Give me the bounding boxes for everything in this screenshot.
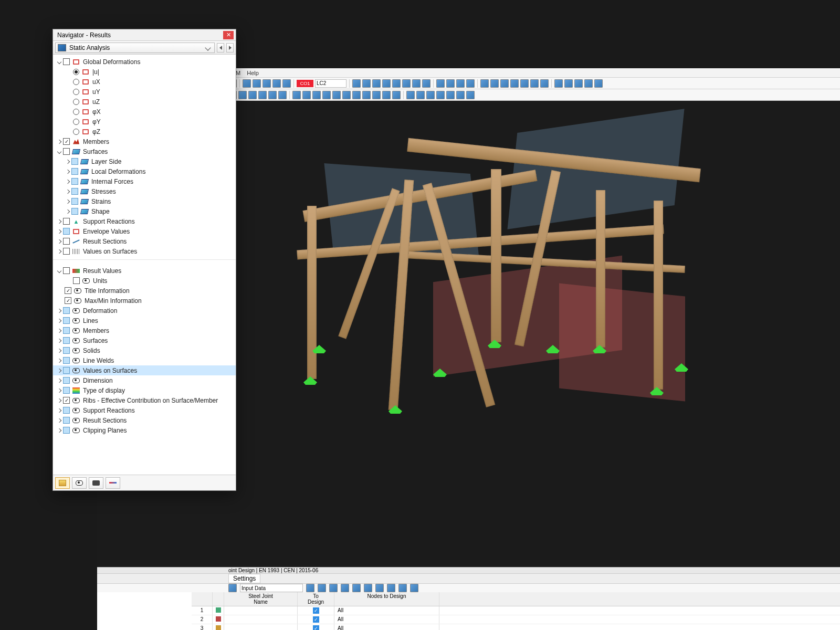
toolbar-icon[interactable]	[402, 79, 411, 88]
toolbar-icon[interactable]	[282, 79, 291, 88]
tree-item[interactable]: Members	[53, 326, 236, 335]
toolbar-icon[interactable]	[490, 79, 499, 88]
checkbox[interactable]	[63, 307, 70, 314]
tree-item[interactable]: Max/Min Information	[53, 296, 236, 306]
tree-item[interactable]: Values on Surfaces	[53, 246, 236, 256]
toolbar-icon[interactable]	[382, 91, 391, 99]
toolbar-icon[interactable]	[372, 79, 381, 88]
collapse-icon[interactable]	[56, 268, 62, 274]
tree-item[interactable]: Support Reactions	[53, 216, 236, 226]
table-row[interactable]: 1✓All	[192, 606, 840, 615]
expand-icon[interactable]	[65, 169, 70, 174]
tree-item[interactable]: uZ	[53, 97, 236, 107]
toolbar-icon[interactable]	[422, 79, 430, 88]
toolbar-icon[interactable]	[362, 91, 371, 99]
tree-item[interactable]: φY	[53, 117, 236, 127]
radio[interactable]	[73, 109, 79, 115]
tree-item[interactable]: Members	[53, 136, 236, 146]
menu-item[interactable]: Help	[247, 70, 259, 76]
expand-icon[interactable]	[56, 358, 62, 363]
checkbox[interactable]	[63, 347, 70, 354]
toolbar-icon[interactable]	[372, 91, 381, 99]
toolbar-icon[interactable]	[238, 91, 247, 99]
toolbar-icon[interactable]	[322, 91, 331, 99]
toolbar-icon[interactable]	[540, 79, 549, 88]
checkbox[interactable]	[63, 317, 70, 324]
toolbar-icon[interactable]	[306, 584, 314, 592]
collapse-icon[interactable]	[56, 149, 62, 154]
checkbox[interactable]	[63, 218, 70, 225]
toolbar-icon[interactable]	[480, 79, 489, 88]
checkbox[interactable]	[63, 387, 70, 394]
checkbox[interactable]	[63, 427, 70, 434]
toolbar-icon[interactable]	[268, 91, 277, 99]
tree-item[interactable]: Type of display	[53, 385, 236, 395]
bottom-tab[interactable]: Settings	[228, 574, 260, 583]
checkbox[interactable]	[71, 208, 78, 215]
tree-item[interactable]: Units	[53, 276, 236, 286]
toolbar-icon[interactable]	[436, 79, 445, 88]
radio[interactable]	[73, 119, 79, 125]
checkbox[interactable]	[63, 377, 70, 384]
load-case-badge[interactable]: CO1	[297, 80, 313, 87]
toolbar-icon[interactable]	[318, 584, 326, 592]
expand-icon[interactable]	[56, 328, 62, 333]
checkbox[interactable]	[63, 407, 70, 414]
tree-item[interactable]: Lines	[53, 316, 236, 326]
tree-item[interactable]: Deformation	[53, 306, 236, 316]
checkbox[interactable]	[65, 287, 71, 294]
footer-tab-camera[interactable]	[89, 477, 103, 489]
checkbox[interactable]	[63, 337, 70, 344]
next-button[interactable]	[226, 43, 234, 52]
close-button[interactable]: ✕	[223, 31, 234, 39]
checkbox[interactable]	[73, 277, 80, 284]
tree-item[interactable]: Stresses	[53, 186, 236, 196]
toolbar-icon[interactable]	[410, 584, 418, 592]
expand-icon[interactable]	[56, 338, 62, 343]
toolbar-icon[interactable]	[466, 79, 475, 88]
tree-item[interactable]: Clipping Planes	[53, 425, 236, 435]
collapse-icon[interactable]	[56, 59, 62, 65]
checkbox[interactable]	[63, 267, 70, 274]
expand-icon[interactable]	[56, 397, 62, 403]
tree-item[interactable]: Envelope Values	[53, 226, 236, 236]
expand-icon[interactable]	[56, 417, 62, 423]
toolbar-icon[interactable]	[554, 79, 563, 88]
toolbar-icon[interactable]	[228, 584, 237, 592]
tree-item[interactable]: Title Information	[53, 286, 236, 296]
checkbox[interactable]	[71, 168, 78, 175]
expand-icon[interactable]	[56, 218, 62, 224]
tree-item[interactable]: |u|	[53, 67, 236, 77]
radio[interactable]	[73, 99, 79, 105]
checkbox[interactable]	[71, 178, 78, 185]
toolbar-icon[interactable]	[382, 79, 391, 88]
checkbox[interactable]	[71, 158, 78, 165]
expand-icon[interactable]	[65, 159, 70, 164]
tree-item[interactable]: Layer Side	[53, 156, 236, 166]
expand-icon[interactable]	[56, 348, 62, 353]
expand-icon[interactable]	[56, 248, 62, 254]
expand-icon[interactable]	[56, 139, 62, 144]
checkbox[interactable]	[65, 297, 71, 304]
expand-icon[interactable]	[56, 228, 62, 234]
checkbox[interactable]	[63, 248, 70, 255]
expand-icon[interactable]	[56, 407, 62, 413]
table-row[interactable]: 2✓All	[192, 615, 840, 624]
tree-item[interactable]: Ribs - Effective Contribution on Surface…	[53, 395, 236, 405]
prev-button[interactable]	[217, 43, 224, 52]
bottom-combo[interactable]: Input Data	[240, 584, 303, 592]
toolbar-icon[interactable]	[364, 584, 372, 592]
tree-item[interactable]: Dimension	[53, 375, 236, 385]
navigator-header[interactable]: Navigator - Results ✕	[53, 29, 236, 41]
toolbar-icon[interactable]	[352, 79, 361, 88]
expand-icon[interactable]	[56, 377, 62, 383]
checkbox[interactable]	[63, 357, 70, 364]
expand-icon[interactable]	[65, 208, 70, 214]
tree-item[interactable]: Internal Forces	[53, 176, 236, 186]
toolbar-icon[interactable]	[243, 79, 251, 88]
toolbar-icon[interactable]	[466, 91, 475, 99]
toolbar-icon[interactable]	[412, 79, 421, 88]
toolbar-icon[interactable]	[278, 91, 287, 99]
toolbar-icon[interactable]	[456, 91, 465, 99]
toolbar-icon[interactable]	[387, 584, 395, 592]
